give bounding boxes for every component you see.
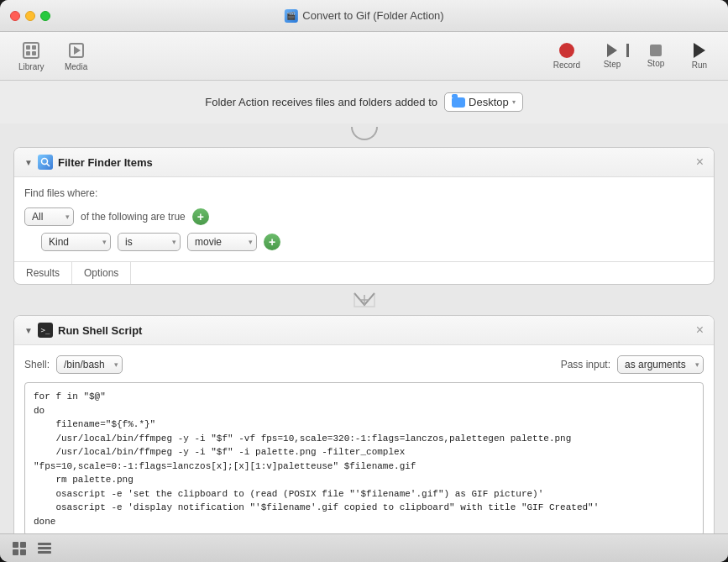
library-icon-shape [23,42,39,59]
titlebar: 🎬 Convert to Gif (Folder Action) [0,0,728,32]
filter-condition-row: Kind Name Extension is is not contains [24,233,704,251]
media-icon-shape [69,43,84,58]
toolbar-right: Record Step Stop Run [547,39,718,73]
stop-button[interactable]: Stop [637,41,674,71]
grid-icon [13,542,26,555]
library-icon [22,41,40,60]
find-files-label: Find files where: [24,187,704,199]
run-label: Run [692,60,707,70]
svg-point-0 [42,159,48,165]
filter-card-title: Filter Finder Items [58,156,691,169]
folder-action-bar: Folder Action receives files and folders… [0,81,728,123]
shell-card-body: Shell: /bin/bash /bin/sh /bin/zsh Pass i… [14,345,714,533]
filter-all-row: All Any None of the following are true + [24,207,704,226]
pass-input-label: Pass input: [561,359,610,370]
connector-arc-top [351,127,378,140]
pass-input-select[interactable]: as arguments to stdin ignore input [617,355,704,374]
shell-select-wrapper: /bin/bash /bin/sh /bin/zsh [56,355,123,374]
filter-finder-card: ▼ Filter Finder Items × Find files where… [13,147,715,285]
run-button[interactable]: Run [681,39,718,73]
filter-options-tab[interactable]: Options [72,262,131,284]
stop-label: Stop [647,59,665,68]
media-label: Media [65,62,87,71]
is-select-wrapper: is is not contains [118,233,181,251]
filter-close-button[interactable]: × [696,155,704,169]
folder-icon [452,97,465,108]
filter-icon [38,155,53,170]
stop-icon [650,45,662,56]
chevron-down-icon: ▾ [512,98,516,106]
toolbar: Library Media Record Step [0,32,728,81]
folder-action-label: Folder Action receives files and folders… [205,96,437,108]
add-condition-button[interactable]: + [192,208,209,225]
filter-results-tab[interactable]: Results [14,262,72,284]
shell-close-button[interactable]: × [696,323,704,337]
shell-selector-row: Shell: /bin/bash /bin/sh /bin/zsh Pass i… [24,355,704,374]
window-title: 🎬 Convert to Gif (Folder Action) [284,9,443,23]
kind-select-wrapper: Kind Name Extension [41,233,111,251]
shell-icon: >_ [38,323,53,338]
svg-line-1 [47,164,50,167]
traffic-lights [10,11,50,21]
title-icon: 🎬 [284,9,297,23]
shell-code-area[interactable]: for f in "$@" do filename="${f%.*}" /usr… [24,382,704,533]
shell-card-title: Run Shell Script [58,324,691,337]
title-text: Convert to Gif (Folder Action) [302,9,443,22]
close-button[interactable] [10,11,20,21]
filter-card-footer: Results Options [14,261,714,284]
movie-select[interactable]: movie image audio document [187,233,257,251]
list-view-button[interactable] [35,539,54,558]
list-icon [38,543,51,554]
connector-top [0,123,728,144]
content-area: Folder Action receives files and folders… [0,81,728,533]
main-window: 🎬 Convert to Gif (Folder Action) Library… [0,0,728,562]
filter-card-body: Find files where: All Any None of the fo… [14,177,714,261]
media-button[interactable]: Media [56,36,97,76]
record-label: Record [553,60,580,70]
shell-collapse-icon[interactable]: ▼ [24,326,33,334]
folder-dropdown[interactable]: Desktop ▾ [444,92,523,112]
run-icon [694,43,705,58]
connector-middle [0,288,728,312]
step-icon [607,44,617,57]
media-icon [67,41,86,60]
movie-select-wrapper: movie image audio document [187,233,257,251]
minimize-button[interactable] [25,11,35,21]
record-icon [559,43,574,58]
all-select-wrapper: All Any None [24,207,74,226]
condition-label: of the following are true [81,211,186,223]
folder-name: Desktop [469,96,509,108]
grid-view-button[interactable] [10,539,29,558]
filter-collapse-icon[interactable]: ▼ [24,158,33,166]
shell-card-header: ▼ >_ Run Shell Script × [14,316,714,345]
library-label: Library [18,62,45,71]
filter-card-header: ▼ Filter Finder Items × [14,148,714,177]
connector-cross-icon [351,292,378,308]
shell-select[interactable]: /bin/bash /bin/sh /bin/zsh [56,355,123,374]
add-kind-button[interactable]: + [264,234,280,250]
maximize-button[interactable] [40,11,50,21]
library-button[interactable]: Library [10,36,53,76]
kind-select[interactable]: Kind Name Extension [41,233,111,251]
pass-input-select-wrapper: as arguments to stdin ignore input [617,355,704,374]
is-select[interactable]: is is not contains [118,233,181,251]
shell-script-card: ▼ >_ Run Shell Script × Shell: /bin/bash… [13,315,715,533]
bottom-bar [0,533,728,562]
step-button[interactable]: Step [594,40,631,72]
step-label: Step [604,60,621,69]
all-select[interactable]: All Any None [24,207,74,226]
shell-label: Shell: [24,359,50,370]
record-button[interactable]: Record [547,39,587,73]
